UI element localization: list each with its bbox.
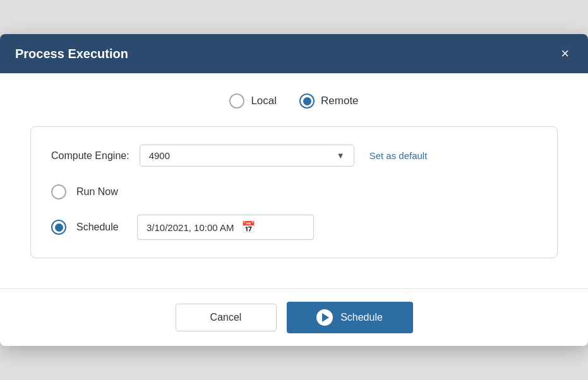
remote-radio[interactable] xyxy=(299,93,315,109)
schedule-button[interactable]: Schedule xyxy=(287,302,413,333)
play-triangle-icon xyxy=(322,313,329,322)
run-now-row: Run Now xyxy=(51,184,537,199)
local-label: Local xyxy=(251,95,277,107)
schedule-option-label: Schedule xyxy=(76,222,127,233)
process-execution-modal: Process Execution × Local Remote Compute… xyxy=(0,34,588,346)
schedule-options: Run Now Schedule 3/10/2021, 10:00 AM 📅 xyxy=(51,184,537,240)
schedule-radio[interactable] xyxy=(51,220,66,235)
cancel-button[interactable]: Cancel xyxy=(176,304,277,331)
remote-option[interactable]: Remote xyxy=(299,93,359,109)
run-now-label: Run Now xyxy=(76,186,127,198)
modal-body: Local Remote Compute Engine: 4900 ▼ Set … xyxy=(0,73,588,288)
compute-engine-select[interactable]: 4900 ▼ xyxy=(140,145,354,167)
close-button[interactable]: × xyxy=(557,45,573,62)
datetime-value: 3/10/2021, 10:00 AM xyxy=(147,222,234,233)
schedule-row: Schedule 3/10/2021, 10:00 AM 📅 xyxy=(51,215,537,240)
calendar-icon: 📅 xyxy=(241,220,255,234)
modal-header: Process Execution × xyxy=(0,34,588,73)
set-default-button[interactable]: Set as default xyxy=(364,150,433,161)
location-group: Local Remote xyxy=(30,93,558,109)
modal-footer: Cancel Schedule xyxy=(0,288,588,346)
schedule-button-label: Schedule xyxy=(340,312,383,323)
dropdown-arrow-icon: ▼ xyxy=(337,151,345,160)
compute-engine-row: Compute Engine: 4900 ▼ Set as default xyxy=(51,145,537,167)
compute-engine-label: Compute Engine: xyxy=(51,150,129,162)
run-now-radio[interactable] xyxy=(51,184,66,199)
datetime-picker[interactable]: 3/10/2021, 10:00 AM 📅 xyxy=(137,215,314,240)
local-radio[interactable] xyxy=(229,93,244,109)
modal-title: Process Execution xyxy=(15,47,128,61)
play-circle-icon xyxy=(316,309,333,326)
local-option[interactable]: Local xyxy=(229,93,277,109)
compute-engine-value: 4900 xyxy=(149,150,170,161)
remote-label: Remote xyxy=(321,95,359,107)
inner-panel: Compute Engine: 4900 ▼ Set as default Ru… xyxy=(30,126,558,258)
